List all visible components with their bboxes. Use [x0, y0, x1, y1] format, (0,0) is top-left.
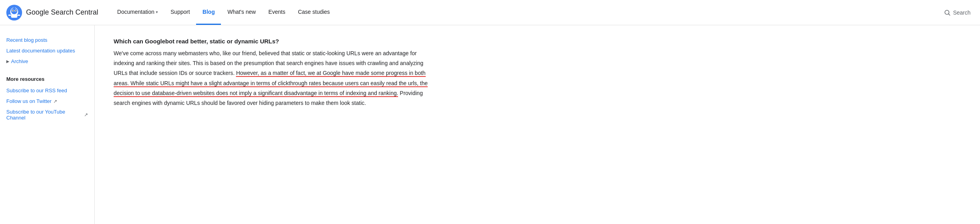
arrow-right-icon: ▶	[6, 59, 9, 63]
nav-whats-new[interactable]: What's new	[221, 0, 262, 25]
sidebar-primary-section: Recent blog posts Latest documentation u…	[6, 35, 88, 67]
nav-documentation[interactable]: Documentation ▾	[111, 0, 164, 25]
nav-events[interactable]: Events	[262, 0, 292, 25]
logo-icon	[6, 5, 22, 21]
sidebar: Recent blog posts Latest documentation u…	[0, 25, 95, 224]
nav-support[interactable]: Support	[164, 0, 196, 25]
logo-link[interactable]: Google Search Central	[6, 5, 98, 21]
sidebar-item-recent-blog[interactable]: Recent blog posts	[6, 35, 88, 45]
nav-links: Documentation ▾ Support Blog What's new …	[111, 0, 941, 25]
external-link-icon: ↗	[53, 99, 57, 104]
article-paragraph: We've come across many webmasters who, l…	[114, 49, 431, 108]
svg-rect-11	[17, 15, 20, 16]
top-navigation: Google Search Central Documentation ▾ Su…	[0, 0, 980, 25]
brand-title: Google Search Central	[26, 8, 98, 17]
svg-point-8	[13, 7, 15, 8]
sidebar-item-youtube[interactable]: Subscribe to our YouTube Channel ↗	[6, 106, 88, 123]
svg-point-5	[13, 10, 13, 11]
sidebar-more-resources-section: More resources Subscribe to our RSS feed…	[6, 76, 88, 123]
sidebar-item-latest-docs[interactable]: Latest documentation updates	[6, 45, 88, 56]
sidebar-item-twitter[interactable]: Follow us on Twitter ↗	[6, 96, 88, 106]
sidebar-item-rss[interactable]: Subscribe to our RSS feed	[6, 85, 88, 96]
search-label: Search	[953, 9, 971, 16]
nav-case-studies[interactable]: Case studies	[292, 0, 336, 25]
svg-point-6	[15, 10, 16, 11]
svg-rect-9	[11, 15, 17, 18]
nav-blog[interactable]: Blog	[196, 0, 221, 25]
svg-rect-10	[8, 15, 11, 16]
sidebar-item-archive[interactable]: ▶ Archive	[6, 56, 88, 67]
chevron-down-icon: ▾	[156, 10, 158, 14]
page-body: Recent blog posts Latest documentation u…	[0, 25, 980, 224]
external-link-icon: ↗	[84, 112, 88, 118]
search-button[interactable]: Search	[941, 9, 974, 16]
search-icon	[944, 9, 951, 16]
svg-line-13	[948, 14, 950, 15]
main-content: Which can Googlebot read better, static …	[95, 25, 450, 224]
article-question: Which can Googlebot read better, static …	[114, 38, 431, 45]
sidebar-more-resources-heading: More resources	[6, 76, 88, 82]
